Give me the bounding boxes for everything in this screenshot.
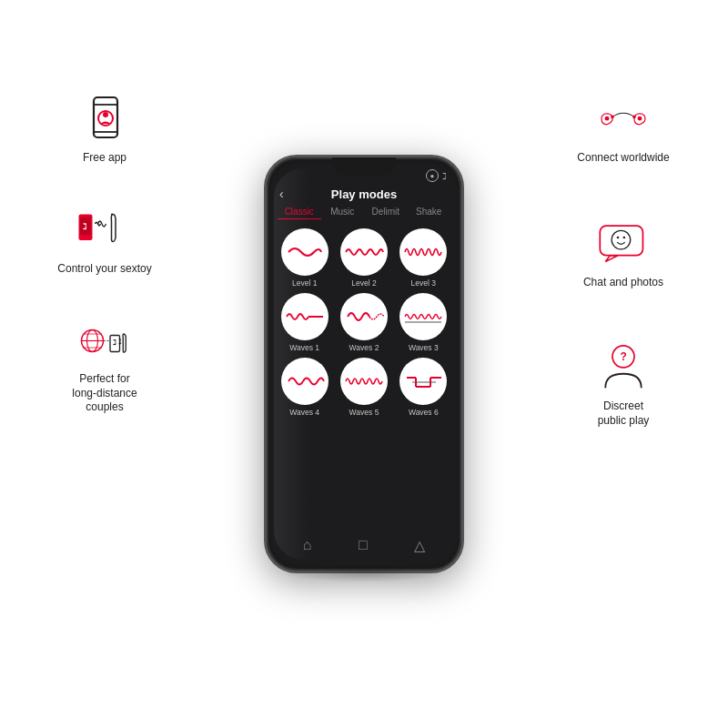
mode-circle-waves2 [340,293,388,340]
tab-music[interactable]: Music [321,205,365,219]
status-icons: ● ℷ [426,169,447,182]
chat-nav-icon[interactable]: □ [359,537,368,554]
mode-label-waves3: Waves 3 [409,343,439,352]
chat-label: Chat and photos [583,276,663,290]
svg-point-24 [623,236,626,238]
phone-screen: ● ℷ ‹ Play modes Classic Music Delimit S… [270,163,458,565]
svg-text:ℷ: ℷ [113,339,116,347]
mode-circle-waves4 [281,358,329,405]
mode-label-waves5: Waves 5 [349,408,379,417]
svg-point-18 [638,116,642,120]
discreet-label: Discreetpublic play [598,399,650,428]
feature-free-app: Free app [27,91,182,166]
mode-label-level3: Level 3 [411,278,436,288]
mode-circle-waves6 [399,358,447,405]
back-button[interactable]: ‹ [279,187,298,201]
mode-waves6[interactable]: Waves 6 [397,358,450,417]
phone-shadow [282,564,446,582]
connect-icon [596,91,651,146]
app-tabs: Classic Music Delimit Shake [270,205,458,223]
tab-shake[interactable]: Shake [408,205,451,219]
mode-circle-waves3 [399,293,447,340]
feature-discreet: ? Discreetpublic play [546,339,701,428]
longdistance-icon: ℷ ℷ [77,312,132,367]
mode-level3[interactable]: Level 3 [397,228,450,288]
mode-label-waves2: Waves 2 [349,343,379,352]
svg-point-20 [632,115,636,118]
longdistance-label: Perfect forlong-distancecouples [72,372,136,415]
mode-label-waves6: Waves 6 [409,408,439,417]
mode-circle-level1 [281,228,329,276]
phone: ● ℷ ‹ Play modes Classic Music Delimit S… [264,155,464,573]
feature-chat: Chat and photos [546,216,701,290]
bottom-nav: ⌂ □ △ [270,533,458,558]
mode-circle-level3 [399,228,447,276]
feature-longdistance: ℷ ℷ Perfect forlong-distancecouples [27,312,182,415]
mode-waves2[interactable]: Waves 2 [337,293,390,352]
home-nav-icon[interactable]: ⌂ [303,537,312,554]
phone-notch [332,157,396,176]
discreet-icon: ? [596,339,651,394]
features-left: Free app ℷ Control your sextoy [27,91,182,415]
features-right: Connect worldwide Chat and photos ? [546,91,701,428]
bluetooth-status-icon: ℷ [442,171,447,181]
control-label: Control your sextoy [57,262,151,277]
mode-waves1[interactable]: Waves 1 [278,293,331,352]
mode-level1[interactable]: Level 1 [278,228,331,288]
mode-label-waves4: Waves 4 [289,408,319,417]
chat-icon [596,216,651,270]
svg-point-19 [611,115,614,118]
modes-grid: Level 1 Level 2 Level 3 [270,223,458,422]
free-app-icon [77,91,132,146]
mode-waves3[interactable]: Waves 3 [397,293,450,352]
svg-point-23 [617,236,620,238]
profile-nav-icon[interactable]: △ [414,537,425,554]
mode-label-level2: Level 2 [351,278,376,288]
svg-text:ℷ: ℷ [118,338,122,346]
mode-circle-level2 [340,228,388,276]
mode-circle-waves1 [281,293,329,340]
tab-delimit[interactable]: Delimit [364,205,408,219]
mode-waves5[interactable]: Waves 5 [337,358,390,417]
control-icon: ℷ [77,202,132,257]
mode-waves4[interactable]: Waves 4 [278,358,331,417]
svg-text:?: ? [621,350,627,363]
app-header: ‹ Play modes [270,185,458,205]
free-app-label: Free app [83,151,126,166]
svg-point-17 [605,116,610,120]
mode-level2[interactable]: Level 2 [337,228,390,288]
mode-label-level1: Level 1 [292,278,317,288]
feature-connect: Connect worldwide [546,91,701,166]
svg-point-22 [612,230,631,249]
connect-label: Connect worldwide [577,151,669,166]
tab-classic[interactable]: Classic [278,205,321,219]
svg-point-4 [103,112,108,117]
person-status-icon: ● [426,169,439,182]
phone-body: ● ℷ ‹ Play modes Classic Music Delimit S… [264,155,464,573]
app-title: Play modes [298,187,430,201]
mode-circle-waves5 [340,358,388,405]
feature-control: ℷ Control your sextoy [27,202,182,277]
mode-label-waves1: Waves 1 [289,343,319,352]
